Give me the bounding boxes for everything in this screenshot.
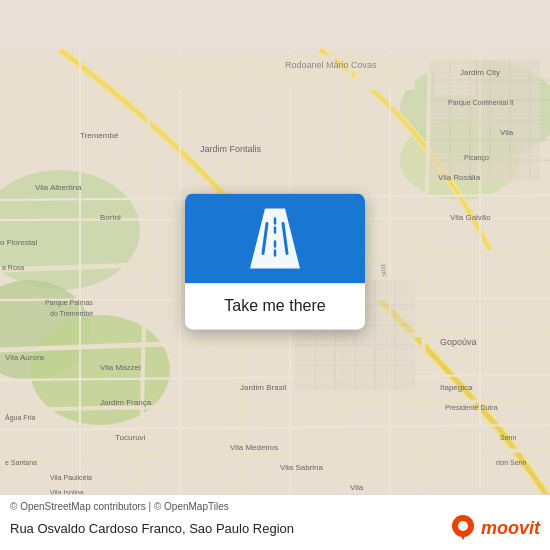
- location-row: Rua Osvaldo Cardoso Franco, Sao Paulo Re…: [10, 514, 540, 542]
- svg-text:rton Senn: rton Senn: [496, 459, 526, 466]
- svg-text:Jardim Fontalis: Jardim Fontalis: [200, 144, 262, 154]
- svg-text:Bortol: Bortol: [100, 213, 121, 222]
- svg-point-90: [458, 521, 468, 531]
- svg-text:Vila: Vila: [500, 128, 514, 137]
- svg-text:Tremembé: Tremembé: [80, 131, 119, 140]
- moovit-logo: moovit: [449, 514, 540, 542]
- svg-text:Água Fria: Água Fria: [5, 413, 35, 422]
- svg-text:Vila Sabrina: Vila Sabrina: [280, 463, 324, 472]
- svg-text:Vila Paulicéia: Vila Paulicéia: [50, 474, 92, 481]
- popup-card: Take me there: [185, 193, 365, 329]
- svg-text:Parque Continental II: Parque Continental II: [448, 99, 514, 107]
- svg-text:Vila Aurora: Vila Aurora: [5, 353, 45, 362]
- svg-text:Jardim França: Jardim França: [100, 398, 152, 407]
- map-attribution: © OpenStreetMap contributors | © OpenMap…: [10, 501, 540, 512]
- svg-text:Jardim City: Jardim City: [460, 68, 500, 77]
- svg-text:Parque Palmas: Parque Palmas: [45, 299, 93, 307]
- moovit-brand-text: moovit: [481, 518, 540, 539]
- svg-text:o Florestal: o Florestal: [0, 238, 38, 247]
- svg-text:Vila Albertina: Vila Albertina: [35, 183, 82, 192]
- location-label: Rua Osvaldo Cardoso Franco, Sao Paulo Re…: [10, 521, 294, 536]
- svg-text:Rodoanel Mário Covas: Rodoanel Mário Covas: [285, 60, 377, 70]
- svg-rect-24: [155, 55, 240, 90]
- svg-text:Vila Medeiros: Vila Medeiros: [230, 443, 278, 452]
- map-container: Rodoanel Mário Covas Jardim City Parque …: [0, 0, 550, 550]
- svg-text:Vila Rosália: Vila Rosália: [438, 173, 481, 182]
- svg-text:Vila Mazzei: Vila Mazzei: [100, 363, 141, 372]
- svg-text:Picanço: Picanço: [464, 154, 489, 162]
- svg-text:Vila Galvão: Vila Galvão: [450, 213, 491, 222]
- svg-text:Tucuruvi: Tucuruvi: [115, 433, 146, 442]
- svg-text:Jardim Brasil: Jardim Brasil: [240, 383, 286, 392]
- svg-text:a Rosa: a Rosa: [2, 264, 24, 271]
- svg-text:Gopoúva: Gopoúva: [440, 337, 477, 347]
- svg-text:Presidente Dutra: Presidente Dutra: [445, 404, 498, 411]
- svg-text:Senn: Senn: [500, 434, 516, 441]
- svg-text:Itapegica: Itapegica: [440, 383, 473, 392]
- svg-text:do Tremembé: do Tremembé: [50, 310, 93, 317]
- take-me-there-button[interactable]: Take me there: [185, 283, 365, 329]
- moovit-pin-icon: [449, 514, 477, 542]
- svg-text:Vila: Vila: [350, 483, 364, 492]
- svg-text:e Santana: e Santana: [5, 459, 37, 466]
- popup-icon-area: [185, 193, 365, 283]
- bottom-bar: © OpenStreetMap contributors | © OpenMap…: [0, 494, 550, 550]
